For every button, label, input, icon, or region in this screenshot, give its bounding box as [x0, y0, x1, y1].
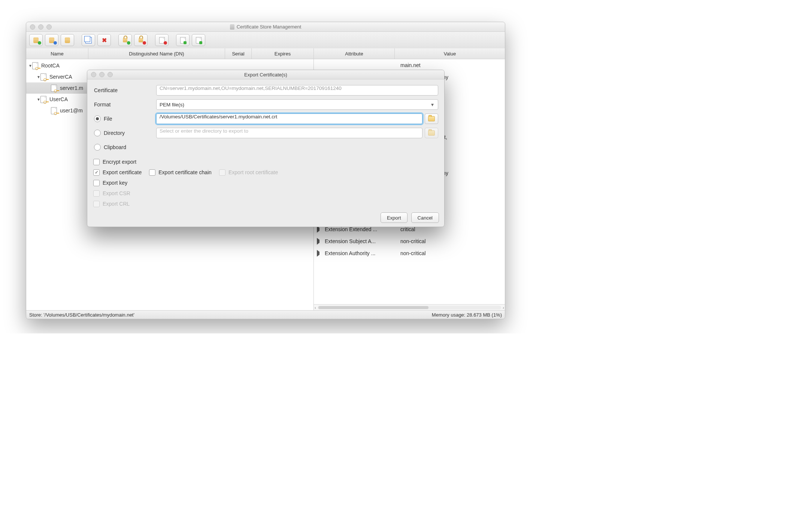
status-memory: Memory usage: 28.673 MB (1%) — [432, 312, 502, 318]
certificate-icon — [51, 85, 58, 91]
tree-label: user1@m — [60, 108, 83, 114]
browse-file-button[interactable] — [425, 114, 438, 124]
chevron-down-icon: ▾ — [430, 102, 435, 108]
export-dialog: Export Certificate(s) Certificate CN=ser… — [87, 70, 445, 227]
attr-row-ext-authority[interactable]: Extension Authority ... non-critical — [314, 247, 505, 259]
certificate-icon — [40, 96, 48, 103]
certificate-icon — [51, 107, 58, 114]
dialog-titlebar: Export Certificate(s) — [87, 70, 444, 79]
radio-directory[interactable] — [94, 130, 101, 136]
disclosure-triangle-icon[interactable]: ▼ — [37, 75, 40, 79]
export-csr-checkbox: Export CSR — [93, 190, 130, 197]
horizontal-scrollbar[interactable]: ‹ › — [314, 304, 505, 311]
encrypt-export-checkbox[interactable]: Encrypt export — [93, 159, 136, 165]
col-attribute[interactable]: Attribute — [314, 48, 395, 59]
certificate-icon — [32, 62, 40, 69]
left-header-row: Name Distinguished Name (DN) Serial Expi… — [26, 48, 313, 59]
toolbar: ✖ — [26, 32, 505, 49]
database-icon — [230, 24, 234, 30]
directory-path-input: Select or enter the directory to export … — [156, 128, 422, 138]
chevron-right-icon — [317, 250, 322, 257]
label-clipboard: Clipboard — [104, 144, 126, 150]
dialog-body: Certificate CN=server1.mydomain.net,OU=m… — [87, 79, 444, 209]
toolbar-import[interactable] — [176, 34, 190, 46]
row-export-csr: Export CSR — [93, 188, 438, 199]
col-dn[interactable]: Distinguished Name (DN) — [88, 48, 225, 59]
checkbox-icon — [93, 180, 100, 186]
checkbox-icon — [149, 169, 155, 176]
tree-label: UserCA — [49, 96, 68, 102]
dialog-buttons: Export Cancel — [381, 212, 439, 223]
folder-icon — [428, 116, 435, 121]
row-export-flags-1: Export certificate Export certificate ch… — [93, 167, 438, 178]
scroll-right-icon[interactable]: › — [503, 305, 504, 310]
scroll-thumb[interactable] — [318, 306, 428, 309]
col-expires[interactable]: Expires — [252, 48, 313, 59]
attr-row-ext-subject[interactable]: Extension Subject A... non-critical — [314, 235, 505, 247]
export-crl-checkbox: Export CRL — [93, 201, 130, 207]
row-encrypt: Encrypt export — [93, 157, 438, 167]
disclosure-triangle-icon[interactable]: ▼ — [37, 97, 40, 102]
label-directory: Directory — [104, 130, 125, 136]
toolbar-revoke-cert[interactable] — [155, 34, 169, 46]
status-bar: Store: '/Volumes/USB/Certificates/mydoma… — [26, 310, 505, 319]
titlebar: Certificate Store Management — [26, 22, 505, 32]
status-store-path: Store: '/Volumes/USB/Certificates/mydoma… — [29, 312, 134, 318]
format-select-value: PEM file(s) — [160, 102, 184, 108]
col-value[interactable]: Value — [395, 48, 505, 59]
toolbar-lock-green[interactable] — [118, 34, 132, 46]
folder-icon — [428, 130, 435, 136]
disclosure-triangle-icon[interactable]: ▼ — [28, 64, 32, 68]
window-title: Certificate Store Management — [26, 24, 505, 30]
row-export-crl: Export CRL — [93, 199, 438, 209]
radio-clipboard[interactable] — [94, 144, 101, 151]
file-path-input[interactable]: /Volumes/USB/Certificates/server1.mydoma… — [156, 114, 422, 124]
toolbar-open-store[interactable] — [45, 34, 58, 46]
toolbar-copy[interactable] — [82, 34, 95, 46]
label-format: Format — [93, 102, 156, 108]
label-file: File — [104, 116, 112, 122]
scroll-track[interactable] — [318, 306, 502, 309]
checkbox-icon — [219, 169, 225, 176]
checkbox-icon — [93, 159, 100, 165]
export-chain-checkbox[interactable]: Export certificate chain — [149, 169, 212, 176]
window-title-text: Certificate Store Management — [237, 24, 302, 30]
col-name[interactable]: Name — [26, 48, 88, 59]
tree-label: ServerCA — [49, 74, 72, 80]
delete-x-icon: ✖ — [102, 37, 107, 44]
checkbox-icon — [93, 201, 100, 207]
format-select[interactable]: PEM file(s) ▾ — [156, 99, 438, 110]
checkbox-icon — [93, 169, 100, 176]
label-certificate: Certificate — [93, 87, 156, 93]
tree-label: server1.m — [60, 85, 83, 91]
toolbar-delete[interactable]: ✖ — [97, 34, 111, 46]
cancel-button[interactable]: Cancel — [411, 212, 439, 223]
dialog-title: Export Certificate(s) — [87, 72, 444, 78]
toolbar-edit-store[interactable] — [61, 34, 74, 46]
row-export-key: Export key — [93, 178, 438, 188]
toolbar-lock-red[interactable] — [134, 34, 148, 46]
export-root-checkbox: Export root certificate — [219, 169, 278, 176]
row-file: File /Volumes/USB/Certificates/server1.m… — [93, 112, 438, 126]
export-certificate-checkbox[interactable]: Export certificate — [93, 169, 142, 176]
row-clipboard: Clipboard — [93, 140, 438, 154]
certificate-dn-field: CN=server1.mydomain.net,OU=mydomain.net,… — [156, 85, 438, 96]
right-header-row: Attribute Value — [314, 48, 505, 59]
export-button[interactable]: Export — [381, 212, 407, 223]
tree-label: RootCA — [41, 63, 60, 69]
checkbox-icon — [93, 190, 100, 197]
row-directory: Directory Select or enter the directory … — [93, 126, 438, 140]
row-format: Format PEM file(s) ▾ — [93, 97, 438, 112]
col-serial[interactable]: Serial — [225, 48, 252, 59]
scroll-left-icon[interactable]: ‹ — [315, 305, 316, 310]
radio-file[interactable] — [94, 115, 101, 122]
export-key-checkbox[interactable]: Export key — [93, 180, 127, 186]
certificate-icon — [40, 73, 48, 80]
toolbar-export[interactable] — [192, 34, 205, 46]
chevron-right-icon — [317, 238, 322, 245]
row-certificate: Certificate CN=server1.mydomain.net,OU=m… — [93, 83, 438, 97]
browse-directory-button — [425, 128, 438, 138]
toolbar-new-store[interactable] — [29, 34, 43, 46]
